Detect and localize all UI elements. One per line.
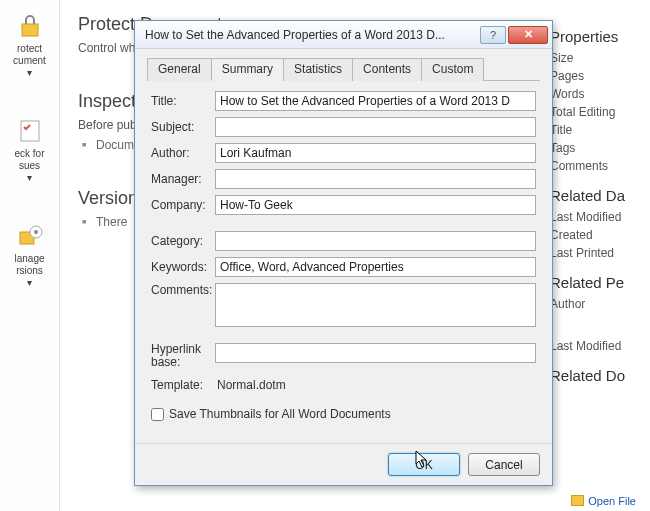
tab-general[interactable]: General (147, 58, 212, 81)
save-thumbnails-label: Save Thumbnails for All Word Documents (169, 407, 391, 421)
svg-rect-0 (22, 24, 38, 36)
tab-custom[interactable]: Custom (421, 58, 484, 81)
label-manager: Manager: (151, 172, 215, 186)
subject-input[interactable] (215, 117, 536, 137)
prop-words: Words (550, 87, 644, 101)
checklist-icon (16, 117, 44, 145)
template-value: Normal.dotm (215, 378, 286, 392)
save-thumbnails-checkbox[interactable] (151, 408, 164, 421)
prop-title: Title (550, 123, 644, 137)
label-hyperlink: Hyperlink base: (151, 343, 215, 369)
title-input[interactable] (215, 91, 536, 111)
prop-pages: Pages (550, 69, 644, 83)
prop-size: Size (550, 51, 644, 65)
prop-comments: Comments (550, 159, 644, 173)
versions-icon (16, 222, 44, 250)
tab-summary[interactable]: Summary (211, 58, 284, 81)
related-docs-header: Related Do (550, 367, 644, 384)
dialog-title: How to Set the Advanced Properties of a … (145, 28, 478, 42)
prop-tags: Tags (550, 141, 644, 155)
company-input[interactable] (215, 195, 536, 215)
label-keywords: Keywords: (151, 260, 215, 274)
related-dates-header: Related Da (550, 187, 644, 204)
prop-author: Author (550, 297, 644, 311)
close-button[interactable]: ✕ (508, 26, 548, 44)
open-file-location-link[interactable]: Open File (571, 495, 636, 507)
related-people-header: Related Pe (550, 274, 644, 291)
label-company: Company: (151, 198, 215, 212)
prop-created: Created (550, 228, 644, 242)
prop-total-editing: Total Editing (550, 105, 644, 119)
category-input[interactable] (215, 231, 536, 251)
manager-input[interactable] (215, 169, 536, 189)
ribbon-sidebar: rotectcument▾ eck forsues▾ lanagersions▾ (0, 0, 60, 511)
label-comments: Comments: (151, 283, 215, 297)
dialog-tabs: General Summary Statistics Contents Cust… (147, 57, 540, 81)
keywords-input[interactable] (215, 257, 536, 277)
prop-last-modified: Last Modified (550, 210, 644, 224)
ok-button[interactable]: OK (388, 453, 460, 476)
dialog-titlebar[interactable]: How to Set the Advanced Properties of a … (135, 21, 552, 49)
label-template: Template: (151, 378, 215, 392)
comments-input[interactable] (215, 283, 536, 327)
protect-document-button[interactable]: rotectcument▾ (2, 8, 57, 83)
properties-dialog: How to Set the Advanced Properties of a … (134, 20, 553, 486)
prop-last-modified-by: Last Modified (550, 339, 644, 353)
prop-last-printed: Last Printed (550, 246, 644, 260)
author-input[interactable] (215, 143, 536, 163)
label-author: Author: (151, 146, 215, 160)
help-button[interactable]: ? (480, 26, 506, 44)
cancel-button[interactable]: Cancel (468, 453, 540, 476)
tab-statistics[interactable]: Statistics (283, 58, 353, 81)
check-issues-button[interactable]: eck forsues▾ (2, 113, 57, 188)
manage-versions-button[interactable]: lanagersions▾ (2, 218, 57, 293)
hyperlink-input[interactable] (215, 343, 536, 363)
label-subject: Subject: (151, 120, 215, 134)
lock-icon (16, 12, 44, 40)
tab-contents[interactable]: Contents (352, 58, 422, 81)
svg-point-4 (34, 230, 38, 234)
properties-panel: Properties Size Pages Words Total Editin… (550, 0, 650, 511)
svg-rect-1 (21, 121, 39, 141)
properties-header: Properties (550, 28, 644, 45)
label-title: Title: (151, 94, 215, 108)
label-category: Category: (151, 234, 215, 248)
